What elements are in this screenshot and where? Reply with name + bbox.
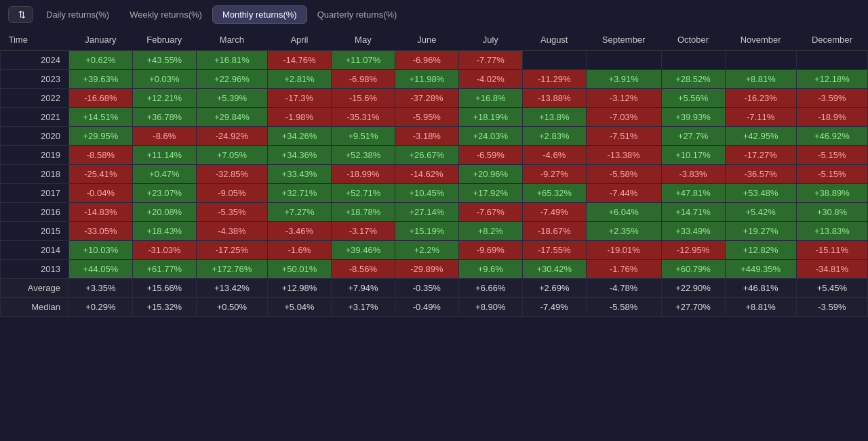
data-cell: -29.89% [395,260,458,279]
data-cell: +42.95% [725,127,796,146]
data-cell: -6.59% [458,146,522,165]
footer-cell: -0.35% [395,279,458,298]
col-header-january: January [68,29,132,51]
footer-label: Median [1,298,69,317]
table-footer: Average+3.35%+15.66%+13.42%+12.98%+7.94%… [1,279,868,317]
data-cell [796,51,867,70]
footer-row-average: Average+3.35%+15.66%+13.42%+12.98%+7.94%… [1,279,868,298]
data-cell: -3.18% [395,127,458,146]
data-cell: +34.26% [267,127,331,146]
table-row: 2022-16.68%+12.21%+5.39%-17.3%-15.6%-37.… [1,89,868,108]
data-cell: +18.19% [458,108,522,127]
data-cell: +11.07% [331,51,395,70]
col-header-may: May [331,29,395,51]
tab-quarterly-returns---[interactable]: Quarterly returns(%) [307,5,408,24]
year-cell: 2024 [1,51,69,70]
data-cell: +10.03% [68,241,132,260]
footer-cell: +5.04% [267,298,331,317]
data-cell: +17.92% [458,184,522,203]
data-cell: -3.83% [661,165,725,184]
returns-table: TimeJanuaryFebruaryMarchAprilMayJuneJuly… [0,29,868,317]
year-cell: 2014 [1,241,69,260]
data-cell: +65.32% [522,184,586,203]
data-cell: +8.81% [725,70,796,89]
footer-label: Average [1,279,69,298]
col-header-october: October [661,29,725,51]
data-cell: -3.12% [586,89,661,108]
data-cell: +5.56% [661,89,725,108]
data-cell: +5.42% [725,203,796,222]
data-cell: -5.35% [196,203,267,222]
tab-weekly-returns---[interactable]: Weekly returns(%) [119,5,212,24]
data-cell: +22.96% [196,70,267,89]
footer-cell: -4.78% [586,279,661,298]
data-cell: +52.71% [331,184,395,203]
data-cell: -7.67% [458,203,522,222]
col-header-december: December [796,29,867,51]
year-cell: 2017 [1,184,69,203]
data-cell: +32.71% [267,184,331,203]
year-cell: 2018 [1,165,69,184]
col-header-march: March [196,29,267,51]
data-cell: +9.51% [331,127,395,146]
data-cell: -32.85% [196,165,267,184]
footer-cell: -7.49% [522,298,586,317]
data-cell [522,51,586,70]
data-cell [661,51,725,70]
data-cell: +16.81% [196,51,267,70]
data-cell: +29.84% [196,108,267,127]
data-cell: +16.8% [458,89,522,108]
data-cell: -35.31% [331,108,395,127]
data-cell: +14.51% [68,108,132,127]
footer-cell: -3.59% [796,298,867,317]
data-cell: -12.95% [661,241,725,260]
data-cell: -16.23% [725,89,796,108]
data-cell: +33.43% [267,165,331,184]
data-cell: -1.6% [267,241,331,260]
table-row: 2021+14.51%+36.78%+29.84%-1.98%-35.31%-5… [1,108,868,127]
year-cell: 2019 [1,146,69,165]
data-cell: +172.76% [196,260,267,279]
data-cell: -1.76% [586,260,661,279]
data-cell: +14.71% [661,203,725,222]
data-cell: -37.28% [395,89,458,108]
data-cell: +3.91% [586,70,661,89]
data-cell: -7.44% [586,184,661,203]
data-cell: -34.81% [796,260,867,279]
data-cell: -13.88% [522,89,586,108]
ticker-select[interactable]: ⇅ [8,6,33,23]
table-row: 2017-0.04%+23.07%-9.05%+32.71%+52.71%+10… [1,184,868,203]
footer-cell: +7.94% [331,279,395,298]
data-cell: +15.19% [395,222,458,241]
data-cell: +33.49% [661,222,725,241]
data-cell: +10.17% [661,146,725,165]
data-cell: +13.83% [796,222,867,241]
data-cell: -14.83% [68,203,132,222]
footer-cell: +8.81% [725,298,796,317]
data-cell: -6.96% [395,51,458,70]
year-cell: 2023 [1,70,69,89]
footer-cell: +15.32% [132,298,196,317]
returns-table-container: TimeJanuaryFebruaryMarchAprilMayJuneJuly… [0,29,868,317]
data-cell: -15.11% [796,241,867,260]
data-cell: -15.6% [331,89,395,108]
data-cell: +53.48% [725,184,796,203]
data-cell: -24.92% [196,127,267,146]
tab-daily-returns---[interactable]: Daily returns(%) [36,5,119,24]
footer-cell: +5.45% [796,279,867,298]
data-cell: -0.04% [68,184,132,203]
table-row: 2015-33.05%+18.43%-4.38%-3.46%-3.17%+15.… [1,222,868,241]
table-row: 2013+44.05%+61.77%+172.76%+50.01%-8.56%-… [1,260,868,279]
table-row: 2014+10.03%-31.03%-17.25%-1.6%+39.46%+2.… [1,241,868,260]
table-row: 2023+39.63%+0.03%+22.96%+2.81%-6.98%+11.… [1,70,868,89]
data-cell: -13.38% [586,146,661,165]
data-cell: +449.35% [725,260,796,279]
tab-monthly-returns---[interactable]: Monthly returns(%) [212,5,307,24]
data-cell: -17.25% [196,241,267,260]
footer-cell: -5.58% [586,298,661,317]
table-row: 2016-14.83%+20.08%-5.35%+7.27%+18.78%+27… [1,203,868,222]
data-cell: -7.51% [586,127,661,146]
table-row: 2018-25.41%+0.47%-32.85%+33.43%-18.99%-1… [1,165,868,184]
data-cell: -36.57% [725,165,796,184]
data-cell: +28.52% [661,70,725,89]
